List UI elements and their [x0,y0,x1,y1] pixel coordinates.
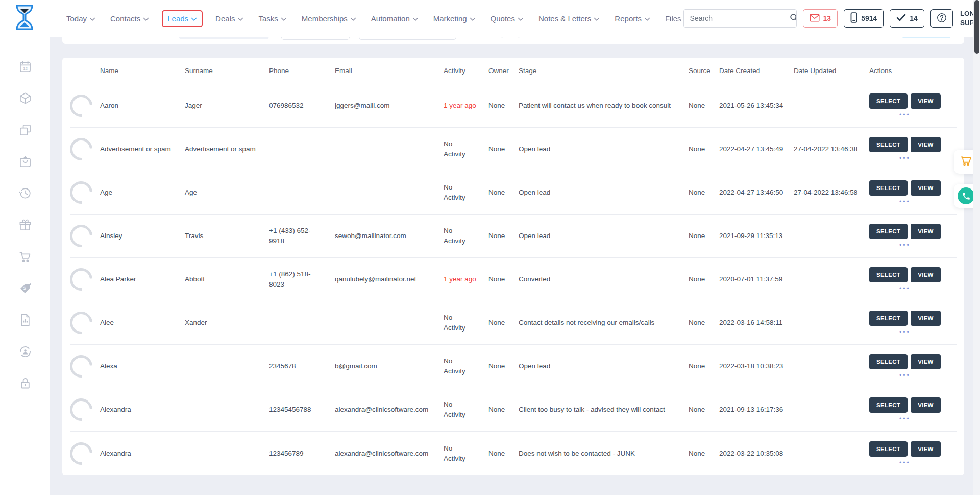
lead-name: Aaron [100,93,185,118]
select-button[interactable]: SELECT [869,311,908,326]
page-scrollbar[interactable] [973,0,980,495]
more-actions-button[interactable]: ••• [899,329,911,335]
action-buttons: SELECTVIEW [869,180,941,196]
lead-actions: SELECTVIEW••• [869,434,957,473]
lead-email: jggers@maill.com [335,93,444,118]
view-button[interactable]: VIEW [911,180,941,196]
table-row: AinsleyTravis+1 (433) 652-9918sewoh@mail… [70,215,957,258]
header-stage[interactable]: Stage [519,67,689,75]
header-activity[interactable]: Activity [444,67,488,75]
view-button[interactable]: VIEW [911,354,941,369]
copy-icon[interactable] [18,123,32,137]
select-button[interactable]: SELECT [869,397,908,413]
lead-surname [185,403,269,417]
nav-item-automation[interactable]: Automation [369,11,421,27]
scrollbar-thumb[interactable] [974,0,979,54]
lead-actions: SELECTVIEW••• [869,86,957,125]
select-button[interactable]: SELECT [869,441,908,457]
tasks-badge-button[interactable]: 14 [890,9,924,28]
table-row: Advertisement or spamAdvertisement or sp… [70,128,957,171]
header-phone[interactable]: Phone [269,67,335,75]
more-actions-button[interactable]: ••• [899,460,911,466]
price-tag-icon[interactable]: $ [18,281,32,295]
nav-item-quotes[interactable]: Quotes [488,11,526,27]
cart-icon[interactable] [18,249,32,264]
select-button[interactable]: SELECT [869,93,908,109]
more-actions-button[interactable]: ••• [899,155,911,161]
view-button[interactable]: VIEW [911,397,941,413]
nav-item-label: Notes & Letters [538,14,591,23]
header-email[interactable]: Email [335,67,444,75]
help-button[interactable] [930,9,953,28]
nav-item-memberships[interactable]: Memberships [300,11,358,27]
avatar-placeholder-icon [65,133,97,165]
select-button[interactable]: SELECT [869,267,908,282]
view-button[interactable]: VIEW [911,267,941,282]
nav-item-reports[interactable]: Reports [612,11,652,27]
app-logo[interactable] [13,4,36,33]
calendar-icon[interactable]: 12 [18,59,32,74]
global-search-input[interactable] [684,10,789,27]
view-button[interactable]: VIEW [911,137,941,152]
table-header-row: Name Surname Phone Email Activity Owner … [70,58,957,84]
lead-date-created: 2022-03-22 10:35:08 [719,441,794,466]
package-icon[interactable] [18,91,32,105]
select-button[interactable]: SELECT [869,137,908,152]
report-icon[interactable] [18,313,32,327]
lead-date-created: 2022-03-18 10:38:23 [719,354,794,379]
view-button[interactable]: VIEW [911,441,941,457]
lead-phone: 123456789 [269,441,335,466]
table-body: AaronJager076986532jggers@maill.com1 yea… [70,84,957,475]
nav-item-contacts[interactable]: Contacts [108,11,151,27]
lead-source: None [689,354,719,379]
more-actions-button[interactable]: ••• [899,372,911,379]
shopping-bag-icon[interactable] [18,154,32,169]
lead-actions: SELECTVIEW••• [869,347,957,386]
gift-icon[interactable] [18,218,32,232]
nav-item-files[interactable]: Files [663,11,683,27]
header-owner[interactable]: Owner [488,67,519,75]
select-button[interactable]: SELECT [869,354,908,369]
history-icon[interactable] [18,186,32,200]
table-row: AaronJager076986532jggers@maill.com1 yea… [70,84,957,128]
view-button[interactable]: VIEW [911,224,941,239]
lead-owner: None [488,224,519,248]
nav-item-notes-letters[interactable]: Notes & Letters [536,11,602,27]
mail-badge-button[interactable]: 13 [803,9,838,28]
global-search-button[interactable] [789,10,797,27]
lead-date-updated: 27-04-2022 13:46:58 [794,180,869,205]
avatar-placeholder-icon [65,394,97,426]
lead-date-updated [794,272,869,287]
header-surname[interactable]: Surname [185,67,269,75]
lock-icon[interactable] [18,376,32,390]
avatar-placeholder-icon [65,220,97,252]
more-actions-button[interactable]: ••• [899,286,911,292]
phone-badge-button[interactable]: 5914 [844,9,884,28]
more-actions-button[interactable]: ••• [899,416,911,422]
header-date-created[interactable]: Date Created [719,67,794,75]
select-button[interactable]: SELECT [869,180,908,196]
nav-item-today[interactable]: Today [64,11,97,27]
actions-group: SELECTVIEW••• [869,137,941,161]
select-button[interactable]: SELECT [869,224,908,239]
nav-item-tasks[interactable]: Tasks [256,11,288,27]
more-actions-button[interactable]: ••• [899,112,911,118]
lead-surname: Advertisement or spam [185,137,269,161]
more-actions-button[interactable]: ••• [899,199,911,205]
header-source[interactable]: Source [689,67,719,75]
lead-owner: None [488,441,519,466]
view-button[interactable]: VIEW [911,311,941,326]
more-actions-button[interactable]: ••• [899,242,911,248]
lead-phone: 12345456788 [269,397,335,422]
header-name[interactable]: Name [100,67,185,75]
lead-phone: 076986532 [269,93,335,118]
nav-item-marketing[interactable]: Marketing [431,11,478,27]
nav-item-deals[interactable]: Deals [213,11,246,27]
actions-group: SELECTVIEW••• [869,311,941,335]
nav-item-label: Files [665,14,681,23]
view-button[interactable]: VIEW [911,93,941,109]
header-date-updated[interactable]: Date Updated [794,67,869,75]
account-sync-icon[interactable] [18,344,32,359]
nav-item-leads[interactable]: Leads [162,10,203,27]
svg-text:12: 12 [23,66,28,70]
